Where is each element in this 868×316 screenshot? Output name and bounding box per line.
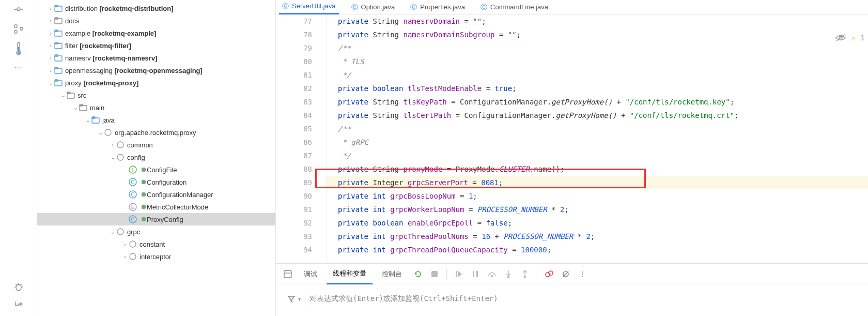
rerun-icon[interactable]	[411, 267, 425, 281]
tree-node-filter[interactable]: ›filter [rocketmq-filter]	[37, 39, 275, 52]
svg-point-50	[130, 241, 136, 247]
class-icon: C	[128, 190, 137, 199]
filter-area: ▾	[276, 295, 305, 303]
tree-node-configurationmanager[interactable]: CConfigurationManager	[37, 188, 275, 201]
tab-commandline[interactable]: ⒸCommandLine.java	[477, 0, 551, 14]
enum-icon: E	[128, 203, 137, 211]
svg-text:I: I	[132, 167, 134, 173]
chevron-down-icon[interactable]: ▾	[298, 296, 301, 302]
package-icon	[116, 228, 125, 236]
inspection-widget[interactable]: ⚠1	[835, 31, 865, 44]
module-icon	[54, 41, 63, 50]
svg-point-59	[491, 275, 493, 277]
folder-icon	[54, 17, 63, 25]
tree-node-distribution[interactable]: ›distribution [rocketmq-distribution]	[37, 2, 275, 14]
vcs-dot-icon	[142, 217, 146, 221]
tab-console[interactable]: 控制台	[376, 264, 408, 284]
module-icon	[54, 54, 63, 62]
tree-node-metriccollectormode[interactable]: EMetricCollectorMode	[37, 201, 275, 213]
svg-point-38	[117, 154, 123, 160]
tree-node-proxy[interactable]: ⌄proxy [rocketmq-proxy]	[37, 77, 275, 89]
code-content[interactable]: private String namesrvDomain = ""; priva…	[327, 14, 868, 263]
tree-node-src[interactable]: ⌄src	[37, 89, 275, 101]
module-icon	[54, 29, 63, 37]
project-tree-panel: ›distribution [rocketmq-distribution] ›d…	[37, 0, 276, 316]
folder-icon	[66, 91, 75, 99]
tree-node-openmessaging[interactable]: ›openmessaging [rocketmq-openmessaging]	[37, 64, 275, 77]
step-over-icon[interactable]	[485, 267, 499, 281]
build-tool-icon[interactable]	[13, 299, 24, 310]
tree-node-configuration[interactable]: CConfiguration	[37, 176, 275, 188]
tree-node-common[interactable]: ›common	[37, 139, 275, 151]
layout-icon[interactable]	[281, 267, 295, 281]
tree-node-docs[interactable]: ›docs	[37, 14, 275, 27]
reader-mode-icon[interactable]	[835, 34, 846, 41]
vcs-dot-icon	[142, 168, 146, 172]
svg-rect-56	[456, 271, 457, 277]
pause-icon[interactable]	[469, 267, 482, 281]
svg-point-36	[105, 129, 111, 136]
package-icon	[103, 128, 113, 137]
evaluate-expression-input[interactable]: 对表达式求值(Enter)或添加监视(Ctrl+Shift+Enter)	[305, 284, 868, 313]
tab-threads-vars[interactable]: 线程和变量	[327, 264, 373, 284]
tree-node-package-root[interactable]: ⌄org.apache.rocketmq.proxy	[37, 126, 275, 139]
step-into-icon[interactable]	[502, 267, 515, 281]
tree-node-proxyconfig[interactable]: CProxyConfig	[37, 213, 275, 225]
tree-node-java[interactable]: ⌄java	[37, 114, 275, 126]
svg-point-10	[16, 284, 21, 291]
tab-debug[interactable]: 调试	[298, 264, 323, 284]
svg-point-9	[17, 52, 20, 54]
svg-rect-58	[476, 271, 478, 277]
module-icon	[54, 66, 63, 74]
svg-point-37	[117, 142, 123, 148]
tab-option[interactable]: ⒸOption.java	[348, 0, 398, 14]
svg-point-63	[524, 276, 526, 278]
thermometer-icon[interactable]	[13, 43, 24, 54]
stop-icon[interactable]	[428, 267, 441, 281]
filter-icon[interactable]	[288, 295, 295, 303]
debug-tool-window: 调试 线程和变量 控制台 ⋮ ▾	[276, 263, 868, 316]
editor-area: ⒸServerUtil.java ⒸOption.java ⒸPropertie…	[276, 0, 868, 316]
tree-node-interceptor[interactable]: ›interceptor	[37, 250, 275, 263]
warning-icon[interactable]: ⚠	[851, 31, 855, 44]
svg-point-0	[17, 8, 20, 11]
step-out-icon[interactable]	[518, 267, 532, 281]
svg-point-49	[117, 229, 123, 235]
tab-properties[interactable]: ⒸProperties.java	[407, 0, 468, 14]
warning-count: 1	[861, 31, 865, 44]
tree-node-example[interactable]: ›example [rocketmq-example]	[37, 27, 275, 39]
folder-icon	[79, 103, 88, 112]
tree-node-grpc[interactable]: ⌄grpc	[37, 225, 275, 238]
project-tree[interactable]: ›distribution [rocketmq-distribution] ›d…	[37, 0, 275, 316]
svg-text:E: E	[131, 204, 135, 210]
package-icon	[116, 153, 125, 161]
module-icon	[54, 79, 63, 87]
commit-icon[interactable]	[13, 4, 24, 14]
module-icon	[54, 4, 63, 12]
tree-node-main[interactable]: ⌄main	[37, 101, 275, 114]
debug-tool-icon[interactable]	[13, 282, 24, 292]
tree-node-config[interactable]: ⌄config	[37, 151, 275, 163]
svg-rect-3	[14, 25, 17, 27]
mute-breakpoints-icon[interactable]	[559, 267, 572, 281]
tab-serverutil[interactable]: ⒸServerUtil.java	[279, 0, 339, 14]
structure-panel-icon[interactable]	[13, 24, 24, 34]
svg-rect-8	[18, 47, 19, 52]
vcs-dot-icon	[142, 205, 146, 209]
view-breakpoints-icon[interactable]	[542, 267, 556, 281]
more-actions-icon[interactable]: ⋮	[576, 267, 589, 281]
package-icon	[128, 240, 137, 248]
svg-line-15	[21, 284, 22, 285]
tree-node-constant[interactable]: ›constant	[37, 238, 275, 250]
code-editor[interactable]: 777879808182838485868788899091929394 pri…	[276, 14, 868, 263]
tree-node-configfile[interactable]: IConfigFile	[37, 163, 275, 176]
class-icon: Ⓒ	[282, 2, 289, 11]
svg-text:C: C	[131, 217, 134, 222]
line-gutter: 777879808182838485868788899091929394	[276, 14, 319, 263]
package-icon	[128, 252, 137, 261]
more-tools-icon[interactable]: ⋯	[14, 63, 22, 71]
editor-tabs: ⒸServerUtil.java ⒸOption.java ⒸPropertie…	[276, 0, 868, 14]
resume-icon[interactable]	[452, 267, 466, 281]
debug-toolbar: 调试 线程和变量 控制台 ⋮	[276, 264, 868, 284]
tree-node-namesrv[interactable]: ›namesrv [rocketmq-namesrv]	[37, 52, 275, 64]
